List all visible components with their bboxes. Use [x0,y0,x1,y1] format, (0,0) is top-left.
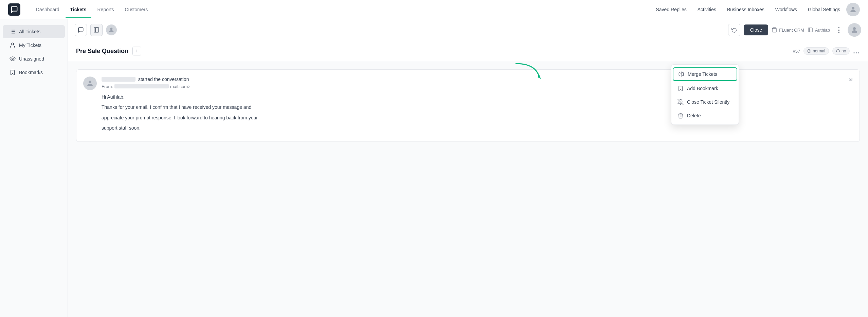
bookmark-icon [10,69,16,76]
ticket-number: #57 [793,49,800,54]
sidebar-label-my-tickets: My Tickets [19,43,41,48]
svg-rect-9 [94,28,99,32]
priority-label: normal [813,49,825,53]
nav-business-inboxes[interactable]: Business Inboxes [722,4,769,15]
list-icon [10,29,16,35]
email-icon: ✉ [849,77,853,82]
nav-saved-replies[interactable]: Saved Replies [651,4,691,15]
user-avatar[interactable] [846,3,860,16]
add-tag-button[interactable]: + [132,47,141,55]
logo[interactable] [8,3,20,16]
delete-label: Delete [687,113,701,118]
message-body: started the conversation ✉ From: mail.co… [102,77,853,135]
main-content: Close FLuent CRM Authlab ⋮ [68,19,868,317]
svg-point-15 [853,27,856,30]
priority-badge: normal [803,47,829,55]
nav-activities[interactable]: Activities [693,4,721,15]
sidebar-item-unassigned[interactable]: Unassigned [3,52,65,65]
svg-point-18 [89,81,91,83]
sidebar-item-my-tickets[interactable]: My Tickets [3,39,65,52]
from-label: From: [102,84,113,89]
message-action: started the conversation [138,77,189,82]
merge-icon [678,71,684,77]
nav-right-links: Saved Replies Activities Business Inboxe… [651,3,860,16]
ticket-more-button[interactable]: ... [853,47,860,55]
ticket-assignee-avatar [106,24,117,35]
message-avatar [83,77,97,90]
top-navigation: Dashboard Tickets Reports Customers Save… [0,0,868,19]
authlab-link[interactable]: Authlab [808,27,830,33]
message-item: started the conversation ✉ From: mail.co… [76,69,860,142]
msg-greeting: Hi Authlab, [102,93,853,101]
svg-line-20 [678,99,684,105]
nav-global-settings[interactable]: Global Settings [803,4,845,15]
bell-off-icon [677,99,684,105]
nav-dashboard[interactable]: Dashboard [31,4,64,15]
sidebar-label-all-tickets: All Tickets [19,29,40,34]
ticket-title: Pre Sale Question [76,48,128,55]
message-text: Hi Authlab, Thanks for your email. I con… [102,93,853,132]
msg-body-line3: support staff soon. [102,124,853,132]
sidebar-label-bookmarks: Bookmarks [19,70,43,75]
svg-point-11 [110,28,113,30]
type-label: no [842,49,846,53]
nav-reports[interactable]: Reports [93,4,119,15]
sidebar-item-bookmarks[interactable]: Bookmarks [3,66,65,79]
sender-name-blurred [102,77,135,82]
close-silently-label: Close Ticket Silently [687,99,729,105]
conversation-view-btn[interactable] [75,24,87,36]
close-ticket-button[interactable]: Close [744,24,768,35]
fluent-crm-label: FLuent CRM [779,28,804,33]
type-badge: no [832,47,850,55]
msg-body-line1: Thanks for your email. I confirm that I … [102,103,853,111]
dropdown-item-merge-tickets[interactable]: Merge Tickets [673,67,737,81]
trash-icon [677,113,684,119]
main-nav-links: Dashboard Tickets Reports Customers [31,4,651,15]
ticket-meta: #57 normal no ... [793,47,860,55]
ticket-toolbar: Close FLuent CRM Authlab ⋮ [68,19,868,41]
svg-rect-13 [808,28,812,32]
sidebar-item-all-tickets[interactable]: All Tickets [3,25,65,38]
ticket-content-area: Pre Sale Question + #57 normal no ... [68,41,868,317]
more-options-button[interactable]: ⋮ [833,24,844,35]
merge-tickets-label: Merge Tickets [688,71,717,77]
authlab-label-text: Authlab [815,28,830,33]
message-header: started the conversation ✉ [102,77,853,82]
dropdown-item-add-bookmark[interactable]: Add Bookmark [671,82,739,95]
msg-body-line2: appreciate your prompt response. I look … [102,114,853,121]
add-bookmark-label: Add Bookmark [687,86,718,91]
svg-point-8 [12,58,14,60]
nav-customers[interactable]: Customers [120,4,153,15]
ticket-header: Pre Sale Question + #57 normal no ... [68,41,868,61]
dropdown-item-close-ticket-silently[interactable]: Close Ticket Silently [671,95,739,109]
nav-workflows[interactable]: Workflows [771,4,802,15]
refresh-button[interactable] [728,24,740,36]
message-from: From: mail.com> [102,84,853,89]
conversation-area: started the conversation ✉ From: mail.co… [68,61,868,155]
from-domain: mail.com> [170,84,191,89]
dropdown-item-delete[interactable]: Delete [671,109,739,122]
sidebar-label-unassigned: Unassigned [19,56,44,62]
nav-tickets[interactable]: Tickets [66,4,91,15]
bookmark-add-icon [677,85,684,91]
user-icon [10,42,16,48]
agent-avatar [848,23,861,37]
svg-point-0 [852,7,854,10]
main-layout: All Tickets My Tickets Unassigned Bookma… [0,19,868,317]
sidebar: All Tickets My Tickets Unassigned Bookma… [0,19,68,317]
eye-icon [10,56,16,62]
from-email-blurred [114,84,169,88]
dropdown-menu: Merge Tickets Add Bookmark Close Ticket … [671,64,739,125]
fluent-crm-link[interactable]: FLuent CRM [772,27,804,33]
details-view-btn[interactable] [90,24,103,36]
svg-point-7 [12,43,14,45]
